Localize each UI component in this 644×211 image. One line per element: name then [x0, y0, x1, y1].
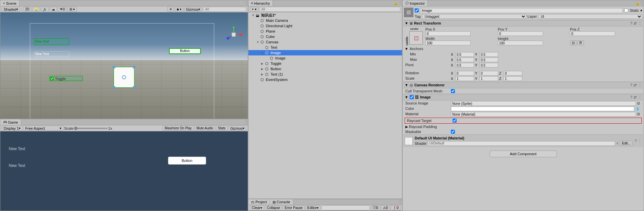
- scene-viewport[interactable]: New Text New Text Button Toggle ◂Persp: [0, 12, 248, 119]
- scene-text-object-1[interactable]: New Text: [34, 38, 69, 45]
- hierarchy-tab[interactable]: ≡ Hierarchy: [248, 0, 273, 6]
- error-pause-toggle[interactable]: Error Pause: [283, 205, 304, 210]
- object-picker-icon[interactable]: ⊙: [636, 101, 641, 106]
- game-viewport[interactable]: New Text New Text Button: [0, 131, 248, 211]
- anchor-min-y-input[interactable]: [479, 52, 498, 57]
- tree-item[interactable]: ▶⬡Text (1): [248, 72, 402, 77]
- pivot-handle[interactable]: [122, 75, 126, 79]
- cull-transparent-checkbox[interactable]: [451, 89, 455, 93]
- tree-arrow-icon[interactable]: ▼: [256, 41, 260, 44]
- mute-toggle[interactable]: Mute Audio: [194, 126, 215, 131]
- gameobject-active-checkbox[interactable]: [415, 8, 419, 12]
- panel-menu-icon[interactable]: ⋮: [398, 1, 402, 5]
- rect-transform-header[interactable]: ▼ ⊞ Rect Transform ?⇄⋮: [403, 20, 643, 27]
- resize-handle[interactable]: [133, 86, 135, 89]
- warning-count[interactable]: ⚠ 0: [381, 205, 390, 210]
- raycast-padding-foldout-icon[interactable]: ▶: [405, 125, 408, 129]
- tree-item[interactable]: ⬡Plane: [248, 29, 402, 34]
- scale-y-input[interactable]: [479, 76, 498, 81]
- scene-tab[interactable]: ⌗ Scene: [0, 0, 19, 6]
- orientation-gizmo-icon[interactable]: [224, 25, 244, 45]
- raw-edit-button[interactable]: R: [577, 40, 584, 45]
- help-icon[interactable]: ?: [635, 139, 637, 143]
- tree-arrow-icon[interactable]: ▼: [252, 14, 255, 17]
- help-icon[interactable]: ?: [630, 83, 632, 87]
- panel-menu-icon[interactable]: ⋮: [244, 120, 248, 124]
- fx-toggle-icon[interactable]: ☁: [50, 7, 57, 12]
- perspective-label[interactable]: ◂Persp: [226, 49, 238, 53]
- panel-menu-icon[interactable]: ⋮: [398, 200, 402, 204]
- grid-toggle-icon[interactable]: ⊞ ▾: [67, 7, 77, 12]
- foldout-arrow-icon[interactable]: ▼: [405, 83, 408, 87]
- add-component-button[interactable]: Add Component: [490, 151, 557, 157]
- tree-item[interactable]: ⬡Cube: [248, 34, 402, 39]
- display-dropdown[interactable]: Display 1 ▾: [2, 126, 22, 131]
- aspect-dropdown[interactable]: Free Aspect▾: [23, 126, 63, 131]
- menu-icon[interactable]: ⋮: [638, 83, 642, 87]
- scene-toggle-object[interactable]: Toggle: [49, 76, 83, 81]
- scene-toggle-checkbox[interactable]: [50, 77, 54, 80]
- raycast-target-checkbox[interactable]: [453, 119, 457, 123]
- pivot-x-input[interactable]: [455, 63, 474, 68]
- layer-dropdown[interactable]: UI: [538, 14, 642, 19]
- shading-dropdown[interactable]: Shaded ▾: [2, 7, 20, 12]
- blueprint-mode-icon[interactable]: ⊡: [570, 40, 577, 45]
- audio-toggle-icon[interactable]: 🔊: [41, 7, 49, 12]
- stats-toggle[interactable]: Stats: [216, 126, 228, 131]
- menu-icon[interactable]: ⋮: [638, 21, 642, 26]
- foldout-arrow-icon[interactable]: ▼: [405, 21, 408, 25]
- anchor-min-x-input[interactable]: [455, 52, 474, 57]
- scale-x-input[interactable]: [455, 76, 474, 81]
- scale-z-input[interactable]: [504, 76, 522, 81]
- tree-item[interactable]: ⬡Directional Light: [248, 23, 402, 29]
- mode-2d-toggle[interactable]: 2D: [23, 7, 32, 12]
- maskable-checkbox[interactable]: [451, 130, 455, 134]
- scene-text-object-2[interactable]: New Text: [34, 51, 69, 57]
- preset-icon[interactable]: ⇄: [634, 83, 637, 87]
- rotation-x-input[interactable]: [455, 71, 474, 76]
- game-button[interactable]: Button: [168, 157, 206, 165]
- help-icon[interactable]: ?: [630, 21, 632, 26]
- editor-dropdown[interactable]: Editor ▾: [305, 205, 321, 210]
- eyedropper-icon[interactable]: 💧: [634, 107, 641, 111]
- info-count[interactable]: ⓘ 0: [371, 205, 380, 210]
- tree-arrow-icon[interactable]: ▶: [261, 68, 265, 71]
- menu-icon[interactable]: ⋮: [638, 95, 642, 99]
- tag-dropdown[interactable]: Untagged: [422, 14, 526, 19]
- tree-arrow-icon[interactable]: ▶: [261, 62, 265, 65]
- scene-search-input[interactable]: [203, 7, 246, 12]
- resize-handle[interactable]: [113, 66, 115, 69]
- gameobject-icon[interactable]: [404, 8, 413, 17]
- scene-image-object[interactable]: [114, 67, 134, 88]
- console-tab[interactable]: ▤ Console: [270, 199, 293, 205]
- static-checkbox[interactable]: [624, 8, 628, 12]
- tree-item[interactable]: ▼⬓知识点1*: [248, 12, 402, 18]
- image-enabled-checkbox[interactable]: [410, 95, 414, 99]
- object-picker-icon[interactable]: ⊙: [636, 112, 641, 117]
- resize-handle[interactable]: [113, 86, 115, 89]
- anchor-max-x-input[interactable]: [455, 57, 474, 62]
- material-field[interactable]: [451, 112, 636, 117]
- width-input[interactable]: [425, 41, 471, 45]
- preset-icon[interactable]: ⇄: [634, 21, 637, 26]
- maximize-toggle[interactable]: Maximize On Play: [163, 126, 194, 131]
- tree-item[interactable]: ▶⬡Button: [248, 66, 402, 72]
- image-component-header[interactable]: ▼ 🖼 Image ?⇄⋮: [403, 94, 643, 100]
- inspector-tab[interactable]: ⓘ Inspector: [403, 0, 428, 6]
- tree-item[interactable]: ⬡EventSystem: [248, 77, 402, 82]
- panel-lock-icon[interactable]: 🔒: [394, 1, 398, 5]
- pivot-y-input[interactable]: [479, 63, 498, 68]
- tree-item[interactable]: ▼⬡Canvas: [248, 39, 402, 45]
- height-input[interactable]: [498, 41, 543, 45]
- tree-item[interactable]: ▼⬡Image: [248, 50, 402, 55]
- rotation-y-input[interactable]: [479, 71, 498, 76]
- panel-lock-icon[interactable]: 🔒: [635, 1, 640, 5]
- menu-icon[interactable]: ⋮: [638, 139, 642, 143]
- tree-arrow-icon[interactable]: ▶: [261, 73, 265, 76]
- preset-icon[interactable]: ⇄: [634, 95, 637, 99]
- project-tab[interactable]: 🗀 Project: [248, 199, 270, 205]
- game-tab[interactable]: 🎮 Game: [0, 119, 21, 125]
- source-image-field[interactable]: [451, 101, 636, 106]
- camera-icon[interactable]: ■ ▾: [175, 7, 183, 12]
- panel-menu-icon[interactable]: ⋮: [640, 1, 644, 5]
